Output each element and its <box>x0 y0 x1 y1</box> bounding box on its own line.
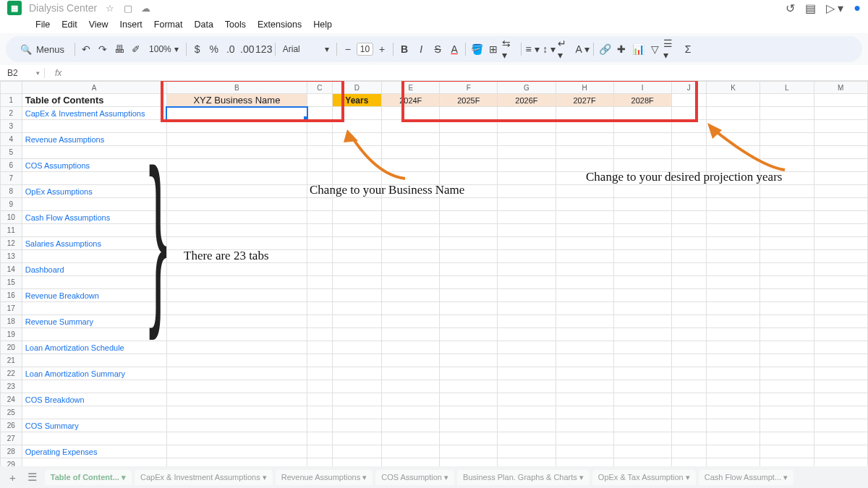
cloud-icon[interactable]: ☁ <box>141 3 150 14</box>
sheet-tab[interactable]: OpEx & Tax Assumption ▾ <box>592 470 696 485</box>
col-header[interactable]: L <box>760 82 814 94</box>
spreadsheet-grid[interactable]: ABCDEFGHIJKLM1Table of ContentsXYZ Busin… <box>0 81 868 488</box>
text-color-icon[interactable]: A <box>446 41 462 57</box>
functions-icon[interactable]: Σ <box>680 41 696 57</box>
menu-view[interactable]: View <box>84 17 114 32</box>
row-header[interactable]: 5 <box>1 146 22 159</box>
row-header[interactable]: 4 <box>1 133 22 146</box>
name-box[interactable]: B2 <box>7 68 36 78</box>
history-icon[interactable]: ↺ <box>786 1 795 15</box>
all-sheets-button[interactable]: ☰ <box>24 471 41 484</box>
col-header[interactable]: F <box>440 82 498 94</box>
row-header[interactable]: 26 <box>1 419 22 432</box>
col-header[interactable]: J <box>671 82 706 94</box>
toc-link[interactable]: Loan Amortization Summary <box>22 367 166 380</box>
menu-help[interactable]: Help <box>308 17 337 32</box>
menu-tools[interactable]: Tools <box>220 17 251 32</box>
decimal-decrease-icon[interactable]: .0 <box>223 41 239 57</box>
add-sheet-button[interactable]: + <box>6 471 20 484</box>
menu-file[interactable]: File <box>30 17 55 32</box>
video-icon[interactable]: ▷ ▾ <box>826 1 843 15</box>
col-header[interactable]: D <box>332 82 382 94</box>
menus-button[interactable]: 🔍Menus <box>13 41 72 58</box>
currency-icon[interactable]: $ <box>190 41 205 57</box>
font-size-input[interactable]: 10 <box>357 43 373 56</box>
font-select[interactable]: Arial ▾ <box>278 43 333 56</box>
name-box-dropdown-icon[interactable]: ▾ <box>36 69 40 77</box>
col-header[interactable]: H <box>556 82 613 94</box>
row-header[interactable]: 15 <box>1 276 22 289</box>
row-header[interactable]: 23 <box>1 380 22 393</box>
comments-icon[interactable]: ▤ <box>805 1 816 15</box>
row-header[interactable]: 21 <box>1 354 22 367</box>
menu-format[interactable]: Format <box>149 17 188 32</box>
star-icon[interactable]: ☆ <box>106 3 114 14</box>
decimal-increase-icon[interactable]: .00 <box>239 41 255 57</box>
row-header[interactable]: 8 <box>1 185 22 198</box>
menu-edit[interactable]: Edit <box>56 17 82 32</box>
row-header[interactable]: 10 <box>1 211 22 224</box>
row-header[interactable]: 9 <box>1 198 22 211</box>
row-header[interactable]: 20 <box>1 341 22 354</box>
col-header[interactable]: M <box>814 82 867 94</box>
redo-icon[interactable]: ↷ <box>95 41 111 57</box>
toc-link[interactable]: Revenue Summary <box>22 315 166 328</box>
col-header[interactable]: K <box>706 82 760 94</box>
col-header[interactable]: C <box>307 82 332 94</box>
merge-icon[interactable]: ⇆ ▾ <box>502 41 518 57</box>
row-header[interactable]: 6 <box>1 159 22 172</box>
print-icon[interactable]: 🖶 <box>111 41 127 57</box>
font-minus-icon[interactable]: − <box>340 41 356 57</box>
menu-insert[interactable]: Insert <box>115 17 148 32</box>
toc-link[interactable]: OpEx Assumptions <box>22 185 166 198</box>
v-align-icon[interactable]: ↕ ▾ <box>541 41 557 57</box>
paint-format-icon[interactable]: ✐ <box>128 41 144 57</box>
comment-icon[interactable]: ✚ <box>613 41 629 57</box>
sheet-tab[interactable]: COS Assumption ▾ <box>375 470 454 485</box>
sheet-tab[interactable]: CapEx & Investment Assumptions ▾ <box>135 470 273 485</box>
bold-icon[interactable]: B <box>396 41 412 57</box>
col-header[interactable]: A <box>22 82 166 94</box>
link-icon[interactable]: 🔗 <box>597 41 613 57</box>
toc-link[interactable]: COS Breakdown <box>22 393 166 406</box>
undo-icon[interactable]: ↶ <box>78 41 94 57</box>
filter-views-icon[interactable]: ☰ ▾ <box>663 41 679 57</box>
toc-link[interactable]: Dashboard <box>22 263 166 276</box>
toc-link[interactable]: Operating Expenses <box>22 445 166 458</box>
wrap-icon[interactable]: ↵ ▾ <box>558 41 574 57</box>
italic-icon[interactable]: I <box>413 41 429 57</box>
row-header[interactable]: 28 <box>1 445 22 458</box>
folder-icon[interactable]: ▢ <box>124 3 132 14</box>
percent-icon[interactable]: % <box>206 41 222 57</box>
row-header[interactable]: 7 <box>1 172 22 185</box>
row-header[interactable]: 25 <box>1 406 22 419</box>
filter-icon[interactable]: ▽ <box>647 41 663 57</box>
row-header[interactable]: 11 <box>1 224 22 237</box>
toc-link[interactable]: Cash Flow Assumptions <box>22 211 166 224</box>
row-header[interactable]: 13 <box>1 250 22 263</box>
row-header[interactable]: 24 <box>1 393 22 406</box>
col-header[interactable]: I <box>613 82 671 94</box>
strike-icon[interactable]: S <box>430 41 446 57</box>
chart-icon[interactable]: 📊 <box>630 41 646 57</box>
row-header[interactable]: 19 <box>1 328 22 341</box>
font-plus-icon[interactable]: + <box>374 41 390 57</box>
menu-data[interactable]: Data <box>189 17 218 32</box>
rotate-icon[interactable]: A ▾ <box>574 41 590 57</box>
sheet-tab[interactable]: Business Plan. Graphs & Charts ▾ <box>457 470 590 485</box>
sheets-logo-icon[interactable]: ▦ <box>7 1 22 15</box>
h-align-icon[interactable]: ≡ ▾ <box>524 41 540 57</box>
row-header[interactable]: 22 <box>1 367 22 380</box>
format-123-icon[interactable]: 123 <box>256 41 272 57</box>
fill-color-icon[interactable]: 🪣 <box>469 41 485 57</box>
sheet-tab[interactable]: Cash Flow Assumpt... ▾ <box>699 470 793 485</box>
row-header[interactable]: 27 <box>1 432 22 445</box>
row-header[interactable]: 14 <box>1 263 22 276</box>
row-header[interactable]: 2 <box>1 107 22 120</box>
doc-title[interactable]: Dialysis Center <box>29 2 97 14</box>
zoom-select[interactable]: 100% ▾ <box>145 43 183 56</box>
menu-extensions[interactable]: Extensions <box>252 17 307 32</box>
sheet-tab[interactable]: Table of Content... ▾ <box>45 470 132 485</box>
toc-link[interactable]: Salaries Assumptions <box>22 237 166 250</box>
row-header[interactable]: 12 <box>1 237 22 250</box>
